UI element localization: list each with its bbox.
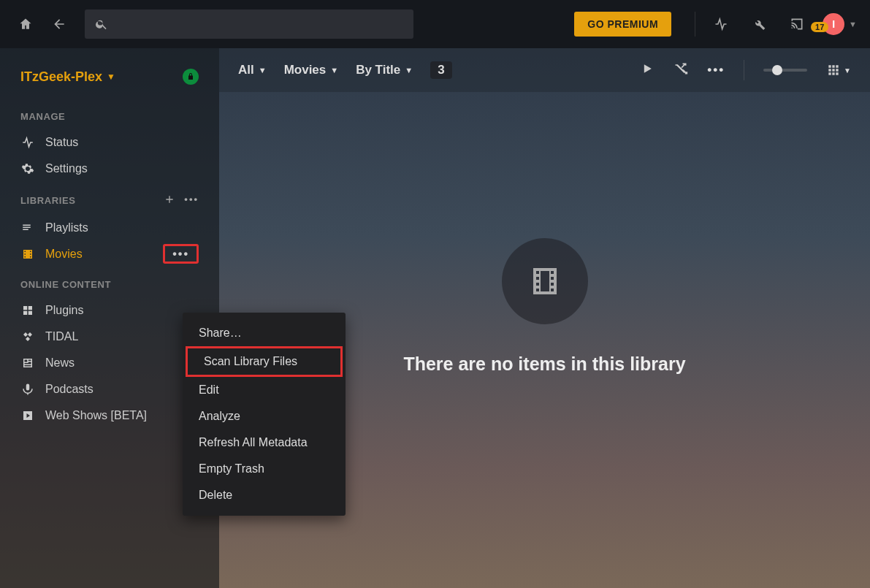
activity-button[interactable] <box>709 12 733 37</box>
activity-icon <box>714 17 728 31</box>
microphone-icon <box>20 383 35 396</box>
notification-badge: 17 <box>811 22 828 32</box>
sort-by[interactable]: By Title▼ <box>356 63 413 77</box>
server-selector[interactable]: ITzGeek-Plex ▼ <box>0 61 219 99</box>
playlist-icon <box>20 221 35 234</box>
nav-status[interactable]: Status <box>0 129 219 156</box>
grid-icon <box>20 304 35 317</box>
shuffle-button[interactable] <box>674 61 688 80</box>
search-icon <box>95 18 108 31</box>
nav-label: News <box>45 356 75 370</box>
play-box-icon <box>20 409 35 422</box>
menu-delete[interactable]: Delete <box>183 482 346 508</box>
add-library-button[interactable] <box>164 194 175 207</box>
movies-more-button[interactable]: ••• <box>163 244 199 264</box>
section-manage: MANAGE <box>0 99 219 129</box>
go-premium-button[interactable]: GO PREMIUM <box>574 12 671 37</box>
empty-library-icon <box>502 238 588 324</box>
menu-empty-trash[interactable]: Empty Trash <box>183 456 346 482</box>
chevron-down-icon: ▼ <box>844 66 851 75</box>
zoom-slider[interactable] <box>763 69 807 72</box>
topbar: GO PREMIUM 17 I ▼ <box>0 0 870 48</box>
menu-scan-library[interactable]: Scan Library Files <box>186 346 343 377</box>
home-icon <box>18 17 33 31</box>
grid-icon <box>826 63 841 77</box>
server-name: ITzGeek-Plex <box>20 69 102 85</box>
nav-settings[interactable]: Settings <box>0 156 219 182</box>
menu-edit[interactable]: Edit <box>183 377 346 403</box>
chevron-down-icon: ▼ <box>849 20 857 28</box>
play-button[interactable] <box>640 61 655 80</box>
library-toolbar: All▼ Movies▼ By Title▼ 3 ••• ▼ <box>219 48 870 92</box>
activity-icon <box>20 136 35 149</box>
account-menu[interactable]: 17 I ▼ <box>823 13 857 35</box>
plus-icon <box>164 194 175 205</box>
chevron-down-icon: ▼ <box>405 66 413 75</box>
divider <box>744 60 744 80</box>
tidal-icon <box>20 330 35 343</box>
nav-label: Playlists <box>45 221 88 234</box>
search-input[interactable] <box>85 9 413 39</box>
shuffle-icon <box>674 61 688 76</box>
nav-playlists[interactable]: Playlists <box>0 215 219 241</box>
back-button[interactable] <box>47 12 72 37</box>
back-arrow-icon <box>52 17 66 31</box>
item-count: 3 <box>430 61 451 79</box>
section-online-content: ONLINE CONTENT <box>0 267 219 297</box>
film-icon <box>527 264 562 299</box>
menu-analyze[interactable]: Analyze <box>183 403 346 429</box>
nav-label: Movies <box>45 248 83 261</box>
nav-label: Web Shows [BETA] <box>45 409 147 422</box>
menu-refresh-metadata[interactable]: Refresh All Metadata <box>183 429 346 456</box>
view-mode-button[interactable]: ▼ <box>826 63 851 77</box>
divider <box>695 12 695 37</box>
play-icon <box>640 61 655 76</box>
nav-label: Plugins <box>45 304 83 317</box>
tools-icon <box>752 17 766 31</box>
news-icon <box>20 356 35 370</box>
nav-movies[interactable]: Movies ••• <box>0 241 219 267</box>
secure-lock-icon <box>183 69 199 85</box>
menu-share[interactable]: Share… <box>183 320 346 346</box>
chevron-down-icon: ▼ <box>259 66 267 75</box>
home-button[interactable] <box>13 12 38 37</box>
cast-icon <box>790 17 804 31</box>
nav-label: Podcasts <box>45 383 94 396</box>
chevron-down-icon: ▼ <box>107 72 115 82</box>
nav-label: TIDAL <box>45 330 78 343</box>
tools-button[interactable] <box>747 12 771 37</box>
context-menu: Share… Scan Library Files Edit Analyze R… <box>183 313 346 516</box>
filter-type[interactable]: Movies▼ <box>284 63 339 77</box>
cast-button[interactable] <box>785 12 809 37</box>
more-button[interactable]: ••• <box>707 63 725 77</box>
gear-icon <box>20 162 35 175</box>
empty-message: There are no items in this library <box>403 354 685 375</box>
libraries-more-button[interactable]: ••• <box>184 194 199 207</box>
chevron-down-icon: ▼ <box>330 66 338 75</box>
nav-label: Status <box>45 136 78 149</box>
filter-all[interactable]: All▼ <box>238 63 267 77</box>
section-libraries: LIBRARIES ••• <box>0 182 219 215</box>
film-icon <box>20 248 35 261</box>
nav-label: Settings <box>45 162 88 175</box>
